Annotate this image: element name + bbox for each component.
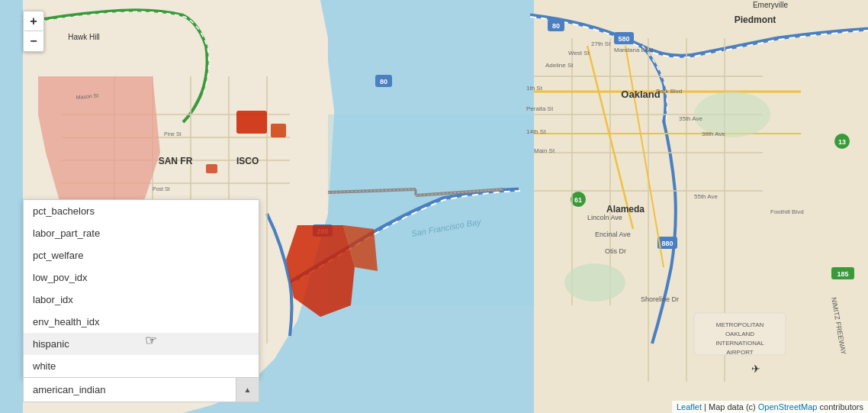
svg-text:Foothill Blvd: Foothill Blvd [770,208,804,215]
svg-text:580: 580 [618,35,629,43]
svg-text:14th St: 14th St [526,128,546,135]
svg-text:METROPOLITAN: METROPOLITAN [716,321,764,328]
select-value-button[interactable]: american_indian [24,378,236,402]
svg-text:INTERNATIONAL: INTERNATIONAL [715,340,764,347]
svg-rect-50 [271,124,286,137]
svg-text:✈: ✈ [751,363,760,375]
zoom-out-button[interactable]: − [24,31,43,51]
attribution: Leaflet | Map data (c) OpenStreetMap con… [672,401,868,413]
svg-text:27th St: 27th St [591,40,611,47]
svg-text:Oakland: Oakland [621,89,660,100]
svg-text:Peralta St: Peralta St [526,105,554,112]
menu-item-pct-bachelors[interactable]: pct_bachelors [24,200,259,222]
menu-item-low-pov-idx[interactable]: low_pov_idx [24,266,259,289]
menu-item-pct-welfare[interactable]: pct_welfare [24,244,259,266]
svg-text:Shoreline Dr: Shoreline Dr [641,295,679,303]
svg-text:Otis Dr: Otis Dr [605,247,626,255]
svg-text:AIRPORT: AIRPORT [726,349,754,356]
svg-text:Hawk Hill: Hawk Hill [68,33,100,41]
select-arrow-button[interactable]: ▲ [236,378,259,402]
svg-text:Encinal Ave: Encinal Ave [595,231,631,238]
svg-text:13: 13 [838,138,846,146]
arrow-up-icon: ▲ [244,386,252,394]
svg-text:185: 185 [837,270,848,278]
zoom-in-button[interactable]: + [24,11,43,31]
svg-text:Lincoln Ave: Lincoln Ave [587,214,622,221]
osm-link[interactable]: OpenStreetMap [758,402,818,411]
map-container[interactable]: 80 80 580 880 280 61 13 185 [0,0,868,413]
zoom-controls: + − [23,11,44,52]
popup-menu: pct_bachelors labor_part_rate pct_welfar… [23,199,259,378]
svg-text:Pine St: Pine St [164,131,182,137]
svg-text:38th Ave: 38th Ave [702,131,726,137]
svg-text:West St: West St [568,50,590,56]
svg-text:Adeline St: Adeline St [545,62,574,69]
svg-text:Alameda: Alameda [606,204,645,215]
svg-text:55th Ave: 55th Ave [694,193,719,200]
svg-text:Main St: Main St [534,147,555,154]
menu-item-labor-idx[interactable]: labor_idx [24,289,259,311]
svg-text:Piedmont: Piedmont [735,15,776,25]
menu-item-env-health-idx[interactable]: env_health_idx [24,311,259,333]
attribution-end: contributors [820,402,863,411]
svg-marker-6 [328,115,534,305]
svg-text:ISCO: ISCO [236,156,259,166]
svg-text:Post St: Post St [153,186,170,192]
svg-text:Emeryville: Emeryville [753,1,789,9]
svg-text:Park Blvd: Park Blvd [656,88,682,95]
menu-item-white[interactable]: white [24,355,259,377]
svg-text:SAN FR: SAN FR [159,156,193,166]
svg-text:80: 80 [552,22,560,30]
svg-text:80: 80 [380,78,387,86]
svg-text:Mandana Blvd: Mandana Blvd [614,47,653,53]
attribution-separator: | Map data (c) [704,402,758,411]
svg-text:61: 61 [574,196,582,204]
leaflet-link[interactable]: Leaflet [677,402,702,411]
dropdown-container: pct_bachelors labor_part_rate pct_welfar… [23,199,259,402]
menu-item-hispanic[interactable]: hispanic [24,333,259,355]
svg-rect-53 [206,164,217,173]
svg-text:880: 880 [661,240,673,247]
svg-text:1th St: 1th St [526,85,543,92]
svg-rect-49 [236,111,267,134]
svg-text:35th Ave: 35th Ave [679,115,703,122]
svg-text:OAKLAND: OAKLAND [725,331,754,337]
menu-item-labor-part-rate[interactable]: labor_part_rate [24,222,259,244]
svg-point-45 [564,263,625,302]
select-row: american_indian ▲ [23,377,259,402]
